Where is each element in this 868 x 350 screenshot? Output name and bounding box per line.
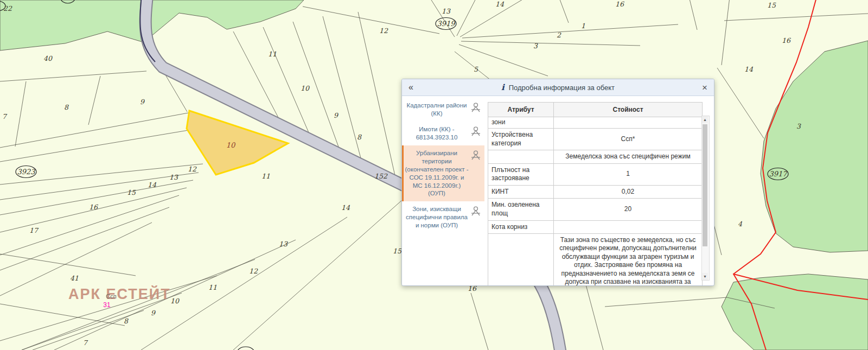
- attribute-value: Земеделска зона със специфичен режим: [554, 150, 703, 163]
- layer-item[interactable]: Урбанизирани територии (окончателен прое…: [402, 145, 484, 202]
- parcel-number: 16: [782, 36, 791, 44]
- attribute-row: Устройствена категорияСсп*: [488, 129, 703, 150]
- parcel-number: 9: [140, 98, 145, 106]
- parcel-number: 13: [442, 7, 451, 15]
- parcel-number: 41: [70, 274, 79, 282]
- attribute-row: Тази зона по същество е земеделска, но с…: [488, 234, 703, 285]
- zone-number-label: 31: [103, 301, 111, 309]
- info-panel-header: « iПодробна информация за обект ×: [402, 79, 714, 96]
- green-area-bottom-right: [722, 274, 868, 350]
- attribute-value: Ссп*: [554, 129, 703, 150]
- parcel-number: 8: [64, 103, 69, 111]
- parcel-number: 2: [557, 31, 561, 39]
- attribute-name: Плътност на застрояване: [488, 163, 554, 185]
- layer-item-label: Урбанизирани територии (окончателен прое…: [405, 149, 469, 198]
- parcel-number: 14: [495, 0, 505, 8]
- panel-title: Подробна информация за обект: [509, 84, 615, 92]
- attribute-name: [488, 150, 554, 163]
- parcel-number: 22: [3, 4, 12, 12]
- attr-column-header: Атрибут: [488, 103, 554, 117]
- parcel-number: 11: [261, 172, 270, 180]
- parcel-number: 16: [615, 0, 624, 8]
- info-icon: i: [501, 82, 505, 92]
- layer-item[interactable]: Кадастрални райони (КК): [402, 98, 484, 122]
- attribute-value: 20: [554, 199, 703, 220]
- scroll-up-icon[interactable]: ▲: [702, 116, 708, 123]
- parcel-number: 16: [89, 203, 98, 211]
- parcel-number: 8: [357, 133, 362, 141]
- parcel-number: 152: [374, 172, 388, 180]
- attribute-row: КИНТ0,02: [488, 185, 703, 199]
- collapse-panel-button[interactable]: «: [409, 83, 413, 92]
- parcel-number: 10: [170, 297, 180, 305]
- parcel-number: 14: [341, 203, 350, 212]
- attribute-name: Мин. озеленена площ: [488, 199, 554, 220]
- layer-list: Кадастрални райони (КК)Имоти (КК) - 6813…: [402, 96, 484, 285]
- scroll-down-icon[interactable]: ▼: [702, 273, 708, 280]
- parcel-number: 3: [533, 42, 538, 50]
- cadastral-region-number: 3917: [769, 170, 788, 178]
- parcel-number: 14: [148, 181, 157, 189]
- layer-item[interactable]: Зони, изискващи специфични правила и нор…: [402, 201, 484, 233]
- info-panel-body: Кадастрални райони (КК)Имоти (КК) - 6813…: [402, 96, 714, 285]
- watermark: АРК ЕСТЕЙТ: [68, 285, 171, 302]
- parcel-number: 1: [581, 22, 585, 30]
- cadastral-region-number: 3923: [17, 168, 36, 176]
- attribute-content: Атрибут Стойност зониУстройствена катего…: [484, 96, 714, 285]
- layer-pin-icon: [470, 126, 482, 137]
- cadastral-region-number: 3919: [437, 20, 456, 28]
- parcel-number: 13: [169, 173, 178, 181]
- parcel-number: 15: [393, 247, 402, 255]
- attribute-value: 0,02: [554, 185, 703, 199]
- parcel-number: 13: [279, 240, 288, 248]
- attribute-value: Тази зона по същество е земеделска, но с…: [554, 234, 703, 285]
- scrollbar-thumb[interactable]: [703, 124, 707, 246]
- attribute-name: Кота корниз: [488, 220, 554, 234]
- value-column-header: Стойност: [554, 103, 703, 117]
- parcel-number: 17: [29, 226, 39, 234]
- parcel-number: 15: [767, 1, 776, 9]
- table-scrollbar[interactable]: ▲ ▼: [701, 116, 710, 281]
- attribute-table: Атрибут Стойност зониУстройствена катего…: [488, 102, 703, 285]
- parcel-number: 11: [208, 283, 217, 291]
- info-panel: « iПодробна информация за обект × Кадаст…: [401, 79, 714, 286]
- selected-parcel-number: 10: [226, 141, 236, 149]
- layer-pin-icon: [470, 206, 482, 217]
- attribute-name: Устройствена категория: [488, 129, 554, 150]
- layer-item-label: Имоти (КК) - 68134.3923.10: [405, 125, 469, 142]
- attribute-name: [488, 234, 554, 285]
- parcel-number: 3: [796, 122, 801, 130]
- parcel-number: 5: [474, 65, 478, 73]
- parcel-number: 14: [744, 65, 754, 73]
- gis-application: 10 АРК ЕСТЕЙТ Ссп 31 2240789111098121314…: [0, 0, 868, 350]
- attribute-value: [554, 220, 703, 234]
- layer-pin-icon: [470, 102, 482, 113]
- parcel-number: 4: [738, 220, 743, 228]
- close-panel-button[interactable]: ×: [702, 83, 707, 92]
- parcel-number: 9: [334, 111, 339, 119]
- layer-item[interactable]: Имоти (КК) - 68134.3923.10: [402, 122, 484, 145]
- parcel-number: 11: [268, 50, 277, 58]
- parcel-number: 9: [151, 309, 156, 317]
- attribute-name: КИНТ: [488, 185, 554, 199]
- attribute-row: Земеделска зона със специфичен режим: [488, 150, 703, 163]
- attribute-value: [554, 117, 703, 129]
- attribute-name: зони: [488, 117, 554, 129]
- attribute-row: Плътност на застрояване1: [488, 163, 703, 185]
- attribute-row: Кота корниз: [488, 220, 703, 234]
- zone-code-label: Ссп: [106, 293, 116, 300]
- layer-item-label: Кадастрални райони (КК): [405, 101, 469, 118]
- parcel-number: 10: [301, 84, 310, 92]
- attribute-value: 1: [554, 163, 703, 185]
- parcel-number: 40: [43, 54, 53, 62]
- attribute-row: зони: [488, 117, 703, 129]
- parcel-number: 12: [249, 267, 258, 275]
- attribute-row: Мин. озеленена площ20: [488, 199, 703, 220]
- parcel-number: 15: [127, 188, 136, 196]
- layer-pin-icon: [470, 150, 482, 161]
- parcel-number: 8: [124, 317, 129, 325]
- parcel-number: 12: [188, 165, 197, 173]
- layer-item-label: Зони, изискващи специфични правила и нор…: [405, 205, 469, 230]
- parcel-number: 12: [379, 27, 388, 35]
